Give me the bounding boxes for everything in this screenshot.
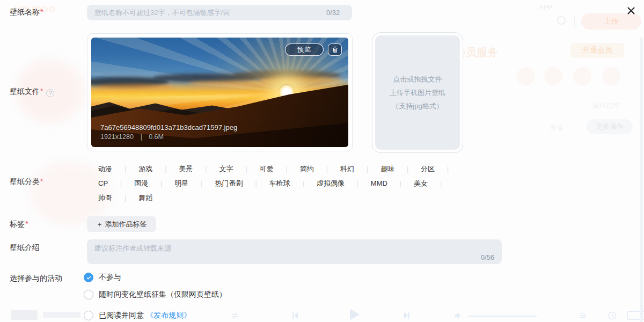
category-item[interactable]: 科幻 (340, 164, 354, 174)
publish-rules-link[interactable]: 《发布规则》 (146, 311, 191, 320)
category-item[interactable]: MMD (371, 179, 387, 187)
category-item[interactable]: 虚拟偶像 (317, 179, 345, 188)
playlist-icon (577, 311, 588, 320)
file-label: 壁纸文件*? (10, 87, 54, 97)
clock-icon (608, 311, 617, 320)
agreement-row[interactable]: 已阅读并同意 《发布规则》 (84, 311, 191, 320)
radio-checked-icon[interactable] (84, 273, 93, 282)
intro-textarea[interactable] (87, 239, 502, 255)
check-icon (86, 275, 92, 281)
category-separator: | (255, 180, 257, 187)
vip-icon-ghost (544, 67, 562, 85)
photo-cloud (97, 84, 174, 89)
category-separator: | (120, 180, 122, 187)
file-meta: 1921x1280｜0.6M (100, 133, 164, 142)
search-icon-ghost (557, 16, 566, 25)
add-tag-button[interactable]: ＋ 添加作品标签 (87, 216, 156, 232)
category-item[interactable]: 可爱 (260, 164, 274, 174)
category-item[interactable]: 明星 (174, 179, 188, 188)
category-row: 帅哥| 舞蹈 (98, 191, 506, 205)
play-icon (346, 307, 361, 322)
loop-icon (230, 311, 240, 320)
radio-unchecked-icon[interactable] (84, 290, 93, 299)
scrollbar[interactable] (640, 38, 643, 322)
dropzone-line: （支持jpg格式） (392, 99, 443, 113)
next-track-icon (401, 311, 412, 320)
category-row: CP| 国漫| 明星| 热门番剧| 车枪球| 虚拟偶像| MMD| 美女| (98, 176, 506, 191)
file-size: 0.6M (149, 133, 164, 141)
category-item[interactable]: CP (98, 179, 108, 187)
required-mark: * (40, 87, 43, 96)
category-item[interactable]: 热门番剧 (215, 179, 243, 188)
category-separator: | (205, 165, 207, 173)
category-separator: | (357, 180, 358, 187)
category-separator: | (303, 180, 304, 187)
category-separator: | (286, 165, 288, 173)
category-separator: | (326, 165, 328, 173)
guide-ghost: 操作指南 (592, 101, 620, 111)
category-item[interactable]: 动漫 (98, 164, 112, 174)
category-item[interactable]: 文字 (219, 164, 233, 174)
category-separator: | (125, 165, 126, 173)
category-separator: | (125, 194, 126, 202)
activity-option-none[interactable]: 不参与 (84, 273, 121, 282)
activity-option-label: 不参与 (99, 273, 121, 282)
category-separator: | (165, 165, 166, 173)
category-list: 动漫| 游戏| 美景| 文字| 可爱| 简约| 科幻| 趣味| 分区| CP| … (98, 162, 506, 205)
vip-button-ghost: 开通会员 (570, 43, 624, 58)
volume-slider (468, 316, 537, 317)
dropzone-line: 点击或拖拽文件 (393, 72, 442, 86)
close-icon[interactable] (624, 4, 638, 18)
category-item[interactable]: 游戏 (138, 164, 152, 174)
ghost-block (43, 312, 80, 318)
category-item[interactable]: 车枪球 (269, 179, 290, 188)
name-counter: 0/32 (326, 9, 340, 17)
wallpaper-image: 预览 7a67e56948809fd013a71b3dcad71597.jpeg… (91, 38, 348, 147)
category-separator: | (201, 180, 202, 187)
name-input[interactable] (87, 5, 352, 20)
category-separator: | (160, 180, 162, 187)
category-separator: | (400, 180, 401, 187)
category-separator: | (407, 165, 408, 173)
category-row: 动漫| 游戏| 美景| 文字| 可爱| 简约| 科幻| 趣味| 分区| (98, 162, 506, 176)
more-button-ghost: 更多操作 (587, 119, 633, 134)
category-item[interactable]: 美女 (414, 179, 428, 188)
file-name: 7a67e56948809fd013a71b3dcad71597.jpeg (100, 123, 237, 131)
category-item[interactable]: 趣味 (380, 164, 394, 174)
required-mark: * (40, 8, 43, 16)
category-item[interactable]: 国漫 (134, 179, 148, 188)
name-label: 壁纸名称* (10, 8, 43, 17)
category-separator: | (367, 165, 368, 173)
ghost-block (11, 310, 38, 320)
intro-label: 壁纸介绍 (10, 243, 40, 253)
dropzone-line: 上传手机图片壁纸 (390, 86, 445, 99)
tags-label: 标签* (10, 219, 28, 229)
category-item[interactable]: 简约 (300, 164, 314, 174)
photo-cloud (261, 77, 343, 83)
vip-icon-ghost (573, 67, 591, 85)
file-resolution: 1921x1280 (100, 133, 134, 141)
activity-option-label: 随时间变化壁纸征集（仅限网页壁纸） (99, 290, 226, 299)
category-item[interactable]: 分区 (421, 164, 435, 174)
category-item[interactable]: 帅哥 (98, 193, 112, 203)
wallpaper-preview-card: 预览 7a67e56948809fd013a71b3dcad71597.jpeg… (87, 33, 353, 151)
category-item[interactable]: 舞蹈 (138, 193, 152, 203)
previous-track-icon (290, 311, 301, 320)
help-icon[interactable]: ? (46, 89, 54, 97)
required-mark: * (40, 177, 43, 186)
category-label: 壁纸分类* (10, 177, 43, 187)
agreement-label: 已阅读并同意 (99, 311, 144, 320)
category-item[interactable]: 美景 (179, 164, 193, 174)
activity-option-timed[interactable]: 随时间变化壁纸征集（仅限网页壁纸） (84, 290, 226, 299)
divider-ghost (574, 15, 575, 27)
activity-label: 选择参与的活动 (10, 274, 62, 283)
trash-icon (332, 46, 339, 53)
agreement-unchecked-icon[interactable] (84, 311, 93, 320)
required-mark: * (25, 219, 28, 228)
mobile-upload-dropzone[interactable]: 点击或拖拽文件 上传手机图片壁纸 （支持jpg格式） (372, 32, 463, 153)
volume-icon (452, 311, 463, 320)
preview-button[interactable]: 预览 (285, 43, 324, 56)
meta-divider: ｜ (138, 133, 144, 141)
app-badge-ghost: APP (539, 3, 553, 11)
delete-button[interactable] (328, 43, 342, 56)
